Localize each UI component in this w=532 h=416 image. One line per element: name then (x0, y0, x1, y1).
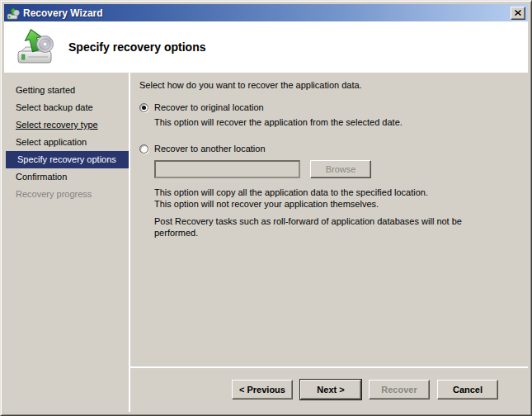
another-location-input-row: Browse (154, 160, 513, 178)
radio-recover-another[interactable] (139, 144, 148, 154)
radio-recover-another-label: Recover to another location (154, 144, 266, 154)
close-icon (515, 10, 521, 16)
wizard-header: Specify recovery options (4, 21, 528, 73)
another-option-description-line2: This option will not recover your applic… (154, 198, 513, 210)
another-option-description: This option will copy all the applicatio… (154, 187, 513, 210)
radio-recover-original-label: Recover to original location (154, 102, 264, 112)
close-button[interactable] (511, 7, 525, 20)
page-title: Specify recovery options (68, 40, 206, 54)
step-select-backup-date[interactable]: Select backup date (4, 99, 129, 116)
recovery-drive-icon (15, 26, 56, 68)
step-confirmation[interactable]: Confirmation (4, 168, 129, 186)
wizard-button-bar: < Previous Next > Recover Cancel (130, 368, 528, 412)
recovery-wizard-window: Recovery Wizard (0, 0, 532, 416)
radio-recover-original[interactable] (139, 103, 148, 112)
recover-button: Recover (369, 380, 430, 399)
previous-button[interactable]: < Previous (232, 380, 293, 399)
step-select-application[interactable]: Select application (4, 134, 129, 151)
options-panel: Select how do you want to recover the ap… (130, 73, 528, 366)
title-bar[interactable]: Recovery Wizard (4, 4, 528, 21)
intro-text: Select how do you want to recover the ap… (139, 80, 513, 90)
window-title: Recovery Wizard (23, 7, 511, 19)
step-recovery-progress: Recovery progress (4, 186, 129, 203)
step-select-recovery-type[interactable]: Select recovery type (4, 116, 129, 134)
recovery-path-input[interactable] (154, 160, 300, 178)
another-option-description-line1: This option will copy all the applicatio… (154, 187, 513, 198)
step-specify-recovery-options[interactable]: Specify recovery options (6, 151, 129, 168)
browse-button: Browse (310, 160, 371, 178)
app-icon (7, 7, 20, 20)
next-button[interactable]: Next > (300, 380, 361, 399)
recover-another-option[interactable]: Recover to another location (139, 144, 513, 154)
content-column: Select how do you want to recover the ap… (130, 73, 528, 412)
cancel-button[interactable]: Cancel (437, 380, 498, 399)
wizard-steps-sidebar: Getting started Select backup date Selec… (4, 73, 129, 412)
recover-original-option[interactable]: Recover to original location (139, 102, 513, 112)
post-recovery-note: Post Recovery tasks such as roll-forward… (154, 215, 497, 239)
step-getting-started[interactable]: Getting started (4, 82, 129, 99)
original-option-description: This option will recover the application… (154, 117, 513, 127)
main-area: Getting started Select backup date Selec… (4, 73, 528, 412)
